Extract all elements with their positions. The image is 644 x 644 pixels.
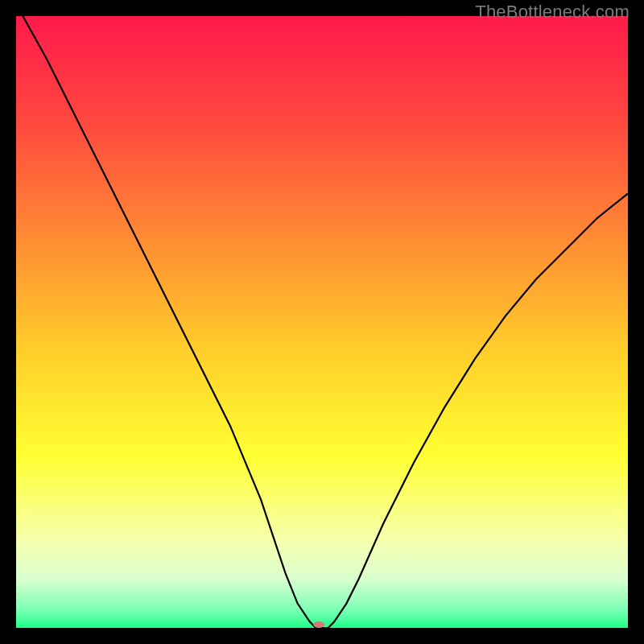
chart-svg	[16, 16, 628, 628]
bottleneck-marker	[313, 621, 324, 628]
chart-stage: TheBottleneck.com	[0, 0, 644, 644]
watermark-label: TheBottleneck.com	[475, 2, 630, 23]
gradient-background	[16, 16, 628, 628]
plot-area	[16, 16, 628, 628]
